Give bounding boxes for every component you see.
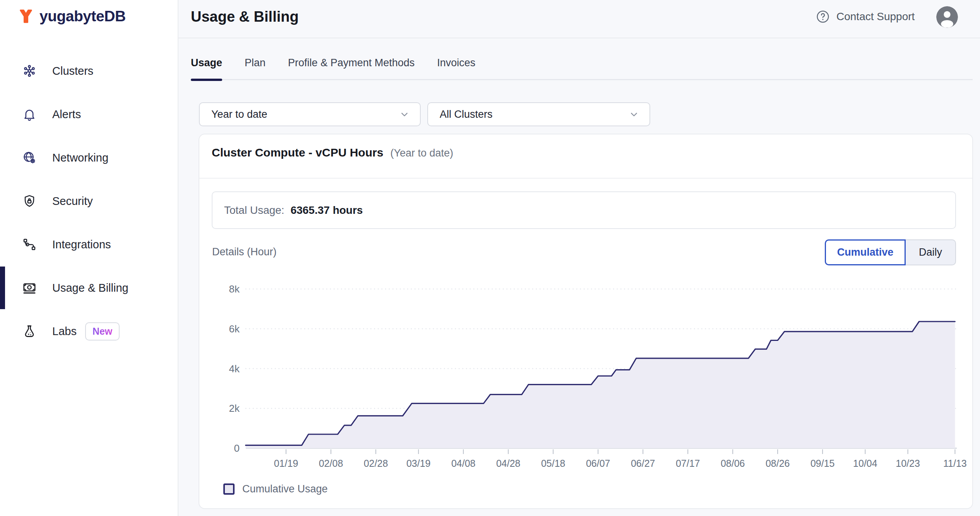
brand-logo[interactable]: yugabyteDB bbox=[18, 8, 126, 25]
x-tick-label: 06/07 bbox=[586, 458, 610, 469]
integrations-icon bbox=[22, 237, 37, 252]
y-tick-label: 6k bbox=[229, 323, 240, 335]
view-mode-toggle: Cumulative Daily bbox=[825, 239, 956, 265]
x-tick-label: 09/15 bbox=[810, 458, 835, 469]
tab-usage[interactable]: Usage bbox=[191, 46, 222, 79]
tab-plan[interactable]: Plan bbox=[245, 46, 266, 79]
x-tick-label: 02/28 bbox=[364, 458, 388, 469]
chevron-down-icon bbox=[628, 108, 640, 120]
user-avatar[interactable] bbox=[936, 6, 958, 28]
y-tick-label: 0 bbox=[234, 442, 240, 454]
shield-lock-icon bbox=[22, 194, 37, 208]
usage-area-chart: 02k4k6k8k01/1902/0802/2803/1904/0804/280… bbox=[212, 286, 970, 476]
x-tick-label: 03/19 bbox=[406, 458, 431, 469]
y-tick-label: 2k bbox=[229, 402, 240, 414]
x-tick-label: 10/23 bbox=[896, 458, 920, 469]
x-tick-label: 07/17 bbox=[676, 458, 700, 469]
new-badge: New bbox=[85, 322, 120, 341]
sidebar-item-label: Labs bbox=[52, 325, 77, 338]
sidebar-item-alerts[interactable]: Alerts bbox=[0, 93, 178, 136]
y-tick-label: 4k bbox=[229, 363, 240, 375]
sidebar-item-usage-billing[interactable]: Usage & Billing bbox=[0, 266, 178, 310]
contact-support-button[interactable]: Contact Support bbox=[815, 4, 915, 29]
details-label: Details (Hour) bbox=[212, 246, 277, 258]
x-tick-label: 04/28 bbox=[496, 458, 521, 469]
cumulative-button[interactable]: Cumulative bbox=[825, 239, 906, 265]
x-tick-label: 08/06 bbox=[721, 458, 745, 469]
legend-checkbox[interactable] bbox=[223, 483, 235, 495]
banknote-icon bbox=[22, 280, 37, 295]
sidebar-item-security[interactable]: Security bbox=[0, 179, 178, 223]
card-subtitle: (Year to date) bbox=[390, 147, 453, 159]
flask-icon bbox=[22, 324, 37, 339]
sidebar-item-label: Alerts bbox=[52, 108, 81, 121]
x-tick-label: 08/26 bbox=[766, 458, 790, 469]
card-title: Cluster Compute - vCPU Hours bbox=[212, 146, 383, 159]
yugabyte-logo-icon bbox=[18, 8, 34, 25]
cluster-value: All Clusters bbox=[440, 108, 493, 120]
brand-name: yugabyteDB bbox=[39, 8, 126, 25]
sidebar-item-labs[interactable]: LabsNew bbox=[0, 310, 178, 353]
sidebar-item-networking[interactable]: Networking bbox=[0, 136, 178, 179]
total-usage-label: Total Usage: bbox=[224, 204, 284, 217]
sidebar-item-label: Usage & Billing bbox=[52, 282, 128, 294]
x-tick-label: 02/08 bbox=[319, 458, 343, 469]
user-avatar-icon bbox=[936, 6, 958, 28]
page-title: Usage & Billing bbox=[191, 9, 299, 25]
bell-icon bbox=[22, 107, 37, 122]
x-tick-label: 05/18 bbox=[541, 458, 565, 469]
help-circle-icon bbox=[815, 9, 831, 24]
total-usage-box: Total Usage: 6365.37 hours bbox=[212, 191, 956, 229]
card-title-row: Cluster Compute - vCPU Hours (Year to da… bbox=[212, 146, 453, 159]
sidebar: yugabyteDB ClustersAlertsNetworkingSecur… bbox=[0, 0, 178, 516]
time-range-select[interactable]: Year to date bbox=[199, 102, 421, 126]
x-tick-label: 11/13 bbox=[943, 458, 967, 469]
page: yugabyteDB ClustersAlertsNetworkingSecur… bbox=[0, 0, 980, 516]
compute-usage-card: Cluster Compute - vCPU Hours (Year to da… bbox=[199, 134, 973, 509]
chevron-down-icon bbox=[398, 108, 411, 120]
sidebar-item-integrations[interactable]: Integrations bbox=[0, 223, 178, 266]
y-tick-label: 8k bbox=[229, 286, 240, 295]
billing-tabs: UsagePlanProfile & Payment MethodsInvoic… bbox=[191, 46, 973, 80]
time-range-value: Year to date bbox=[211, 108, 267, 120]
x-tick-label: 10/04 bbox=[853, 458, 877, 469]
card-divider bbox=[199, 178, 972, 179]
sidebar-nav: ClustersAlertsNetworkingSecurityIntegrat… bbox=[0, 49, 178, 353]
header-divider bbox=[178, 38, 980, 38]
area-fill bbox=[246, 322, 955, 448]
sidebar-item-label: Networking bbox=[52, 151, 108, 164]
clusters-icon bbox=[22, 64, 37, 78]
legend-label: Cumulative Usage bbox=[242, 483, 328, 495]
sidebar-item-label: Security bbox=[52, 195, 93, 208]
globe-gear-icon bbox=[22, 150, 37, 165]
legend-item-cumulative-usage[interactable]: Cumulative Usage bbox=[223, 483, 328, 495]
daily-button[interactable]: Daily bbox=[906, 239, 956, 265]
sidebar-item-label: Clusters bbox=[52, 65, 93, 77]
x-tick-label: 04/08 bbox=[451, 458, 476, 469]
total-usage-value: 6365.37 hours bbox=[291, 204, 363, 217]
contact-support-label: Contact Support bbox=[836, 10, 915, 23]
cluster-select[interactable]: All Clusters bbox=[427, 102, 650, 126]
sidebar-item-label: Integrations bbox=[52, 238, 111, 251]
x-tick-label: 06/27 bbox=[631, 458, 655, 469]
x-tick-label: 01/19 bbox=[274, 458, 298, 469]
tab-profile-payment-methods[interactable]: Profile & Payment Methods bbox=[288, 46, 415, 79]
tab-invoices[interactable]: Invoices bbox=[437, 46, 475, 79]
sidebar-item-clusters[interactable]: Clusters bbox=[0, 49, 178, 93]
